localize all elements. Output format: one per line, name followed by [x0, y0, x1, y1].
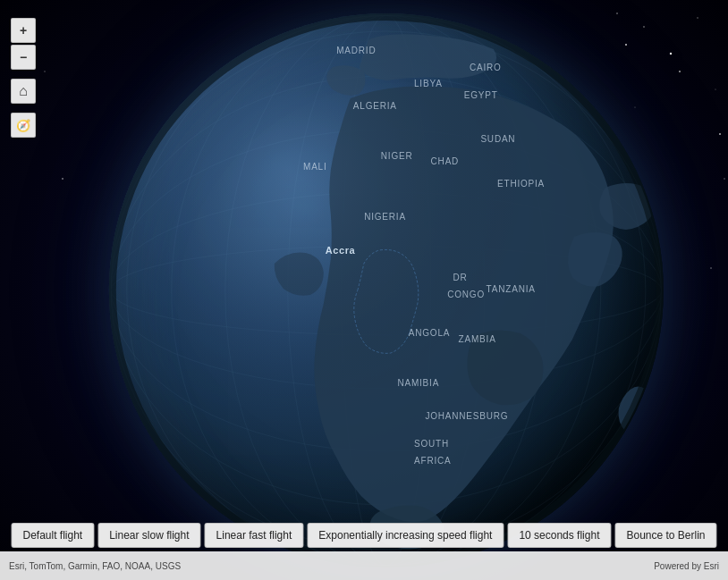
linear-fast-flight-button[interactable]: Linear fast flight — [205, 523, 304, 548]
svg-point-7 — [724, 178, 724, 179]
globe[interactable] — [109, 13, 664, 567]
default-flight-button[interactable]: Default flight — [11, 523, 94, 548]
flight-buttons-bar: Default flightLinear slow flightLinear f… — [11, 523, 716, 548]
globe-container[interactable] — [109, 13, 664, 567]
attribution-text: Esri, TomTom, Garmin, FAO, NOAA, USGS — [9, 561, 654, 571]
globe-labels — [109, 13, 664, 567]
zoom-in-button[interactable]: + — [11, 18, 36, 43]
svg-point-10 — [44, 71, 45, 71]
linear-slow-flight-button[interactable]: Linear slow flight — [97, 523, 200, 548]
ten-seconds-flight-button[interactable]: 10 seconds flight — [507, 523, 611, 548]
exponential-flight-button[interactable]: Exponentially increasing speed flight — [307, 523, 504, 548]
svg-point-11 — [62, 178, 63, 180]
zoom-out-button[interactable]: − — [11, 45, 36, 70]
svg-point-8 — [719, 133, 721, 135]
svg-point-5 — [715, 88, 715, 89]
compass-button[interactable]: 🧭 — [11, 113, 36, 138]
esri-brand-text: Powered by Esri — [654, 561, 719, 571]
svg-point-4 — [679, 71, 681, 72]
svg-point-3 — [697, 17, 698, 18]
svg-point-9 — [710, 267, 712, 269]
bounce-berlin-button[interactable]: Bounce to Berlin — [614, 523, 716, 548]
home-button[interactable]: ⌂ — [11, 79, 36, 104]
map-controls: + − ⌂ 🧭 — [11, 18, 36, 138]
svg-point-2 — [670, 53, 672, 55]
bottom-attribution-bar: Esri, TomTom, Garmin, FAO, NOAA, USGS Po… — [0, 551, 728, 580]
